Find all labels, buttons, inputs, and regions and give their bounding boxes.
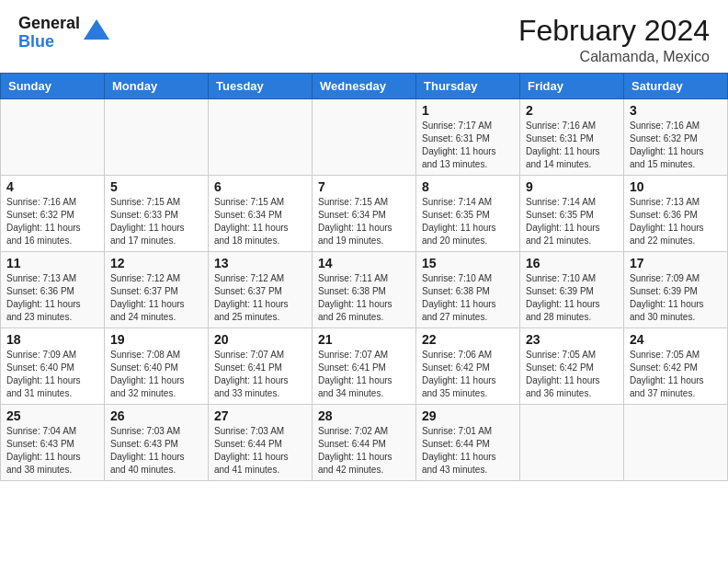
info-line: Sunset: 6:43 PM [6, 439, 74, 449]
week-row-2: 4Sunrise: 7:16 AMSunset: 6:32 PMDaylight… [1, 176, 728, 252]
info-line: Sunrise: 7:04 AM [6, 426, 76, 436]
calendar-cell: 16Sunrise: 7:10 AMSunset: 6:39 PMDayligh… [520, 252, 624, 328]
info-line: Sunrise: 7:16 AM [630, 121, 700, 131]
day-info: Sunrise: 7:16 AMSunset: 6:32 PMDaylight:… [6, 196, 98, 247]
day-info: Sunrise: 7:10 AMSunset: 6:38 PMDaylight:… [422, 272, 514, 324]
calendar-cell: 26Sunrise: 7:03 AMSunset: 6:43 PMDayligh… [105, 405, 209, 481]
calendar-header-row: Sunday Monday Tuesday Wednesday Thursday… [1, 74, 728, 99]
calendar-cell [313, 99, 416, 176]
calendar-body: 1Sunrise: 7:17 AMSunset: 6:31 PMDaylight… [1, 99, 728, 481]
info-line: Sunset: 6:31 PM [526, 133, 594, 144]
col-monday: Monday [105, 74, 209, 99]
day-number: 23 [526, 332, 618, 347]
info-line: Daylight: 11 hours and 30 minutes. [630, 299, 704, 322]
info-line: Sunrise: 7:13 AM [6, 273, 76, 283]
day-number: 4 [6, 179, 98, 194]
calendar-cell: 12Sunrise: 7:12 AMSunset: 6:37 PMDayligh… [105, 252, 209, 328]
calendar-cell [105, 99, 209, 176]
day-info: Sunrise: 7:08 AMSunset: 6:40 PMDaylight:… [110, 349, 202, 400]
calendar-cell: 6Sunrise: 7:15 AMSunset: 6:34 PMDaylight… [209, 176, 313, 252]
info-line: Daylight: 11 hours and 23 minutes. [6, 299, 81, 322]
subtitle: Calamanda, Mexico [518, 49, 710, 65]
info-line: Sunrise: 7:10 AM [526, 273, 596, 283]
info-line: Sunrise: 7:07 AM [214, 350, 284, 360]
info-line: Sunset: 6:39 PM [526, 286, 594, 296]
day-number: 2 [526, 103, 618, 118]
info-line: Sunrise: 7:15 AM [318, 197, 388, 207]
day-info: Sunrise: 7:13 AMSunset: 6:36 PMDaylight:… [6, 272, 98, 324]
info-line: Sunset: 6:41 PM [318, 362, 386, 373]
calendar-cell [1, 99, 105, 176]
col-tuesday: Tuesday [209, 74, 313, 99]
info-line: Sunset: 6:38 PM [318, 286, 386, 296]
info-line: Daylight: 11 hours and 31 minutes. [6, 375, 81, 398]
day-info: Sunrise: 7:04 AMSunset: 6:43 PMDaylight:… [6, 425, 98, 477]
day-number: 13 [214, 256, 306, 270]
info-line: Sunrise: 7:06 AM [422, 350, 492, 360]
calendar-cell: 21Sunrise: 7:07 AMSunset: 6:41 PMDayligh… [313, 328, 416, 405]
calendar-cell: 1Sunrise: 7:17 AMSunset: 6:31 PMDaylight… [416, 99, 520, 176]
week-row-1: 1Sunrise: 7:17 AMSunset: 6:31 PMDaylight… [1, 99, 728, 176]
info-line: Sunrise: 7:12 AM [110, 273, 180, 283]
day-info: Sunrise: 7:11 AMSunset: 6:38 PMDaylight:… [318, 272, 410, 324]
day-info: Sunrise: 7:17 AMSunset: 6:31 PMDaylight:… [422, 120, 514, 171]
day-info: Sunrise: 7:15 AMSunset: 6:34 PMDaylight:… [214, 196, 306, 247]
calendar-cell: 17Sunrise: 7:09 AMSunset: 6:39 PMDayligh… [624, 252, 728, 328]
info-line: Daylight: 11 hours and 15 minutes. [630, 146, 704, 169]
info-line: Sunrise: 7:14 AM [526, 197, 596, 207]
col-thursday: Thursday [416, 74, 520, 99]
info-line: Sunrise: 7:09 AM [6, 350, 76, 360]
info-line: Daylight: 11 hours and 26 minutes. [318, 299, 392, 322]
day-number: 21 [318, 332, 410, 347]
day-info: Sunrise: 7:02 AMSunset: 6:44 PMDaylight:… [318, 425, 410, 477]
info-line: Sunset: 6:44 PM [422, 439, 490, 449]
info-line: Daylight: 11 hours and 13 minutes. [422, 146, 496, 169]
day-number: 11 [6, 256, 98, 270]
info-line: Sunset: 6:41 PM [214, 362, 282, 373]
info-line: Sunrise: 7:16 AM [6, 197, 76, 207]
day-number: 12 [110, 256, 202, 270]
day-info: Sunrise: 7:07 AMSunset: 6:41 PMDaylight:… [214, 349, 306, 400]
info-line: Sunrise: 7:12 AM [214, 273, 284, 283]
day-number: 27 [214, 408, 306, 423]
info-line: Sunrise: 7:03 AM [214, 426, 284, 436]
day-info: Sunrise: 7:10 AMSunset: 6:39 PMDaylight:… [526, 272, 618, 324]
info-line: Sunset: 6:35 PM [526, 210, 594, 220]
info-line: Sunrise: 7:11 AM [318, 273, 388, 283]
info-line: Sunset: 6:36 PM [630, 210, 698, 220]
calendar-cell [209, 99, 313, 176]
svg-marker-0 [84, 19, 109, 40]
day-number: 20 [214, 332, 306, 347]
day-number: 19 [110, 332, 202, 347]
info-line: Daylight: 11 hours and 14 minutes. [526, 146, 600, 169]
info-line: Sunset: 6:40 PM [110, 362, 178, 373]
info-line: Sunset: 6:33 PM [110, 210, 178, 220]
info-line: Daylight: 11 hours and 34 minutes. [318, 375, 392, 398]
info-line: Daylight: 11 hours and 36 minutes. [526, 375, 600, 398]
calendar-cell: 22Sunrise: 7:06 AMSunset: 6:42 PMDayligh… [416, 328, 520, 405]
day-number: 6 [214, 179, 306, 194]
day-number: 3 [630, 103, 722, 118]
info-line: Sunset: 6:42 PM [630, 362, 698, 373]
info-line: Daylight: 11 hours and 28 minutes. [526, 299, 600, 322]
day-number: 7 [318, 179, 410, 194]
calendar-cell: 15Sunrise: 7:10 AMSunset: 6:38 PMDayligh… [416, 252, 520, 328]
day-info: Sunrise: 7:09 AMSunset: 6:40 PMDaylight:… [6, 349, 98, 400]
info-line: Sunrise: 7:15 AM [214, 197, 284, 207]
calendar-cell: 5Sunrise: 7:15 AMSunset: 6:33 PMDaylight… [105, 176, 209, 252]
calendar-cell: 11Sunrise: 7:13 AMSunset: 6:36 PMDayligh… [1, 252, 105, 328]
info-line: Daylight: 11 hours and 22 minutes. [630, 223, 704, 246]
page: General Blue February 2024 Calamanda, Me… [0, 0, 728, 563]
info-line: Daylight: 11 hours and 37 minutes. [630, 375, 704, 398]
week-row-5: 25Sunrise: 7:04 AMSunset: 6:43 PMDayligh… [1, 405, 728, 481]
week-row-3: 11Sunrise: 7:13 AMSunset: 6:36 PMDayligh… [1, 252, 728, 328]
info-line: Daylight: 11 hours and 32 minutes. [110, 375, 185, 398]
calendar-cell: 8Sunrise: 7:14 AMSunset: 6:35 PMDaylight… [416, 176, 520, 252]
calendar-cell: 28Sunrise: 7:02 AMSunset: 6:44 PMDayligh… [313, 405, 416, 481]
day-number: 14 [318, 256, 410, 270]
calendar-cell: 20Sunrise: 7:07 AMSunset: 6:41 PMDayligh… [209, 328, 313, 405]
main-title: February 2024 [518, 15, 710, 47]
info-line: Sunrise: 7:09 AM [630, 273, 700, 283]
info-line: Daylight: 11 hours and 42 minutes. [318, 452, 392, 475]
day-info: Sunrise: 7:05 AMSunset: 6:42 PMDaylight:… [630, 349, 722, 400]
